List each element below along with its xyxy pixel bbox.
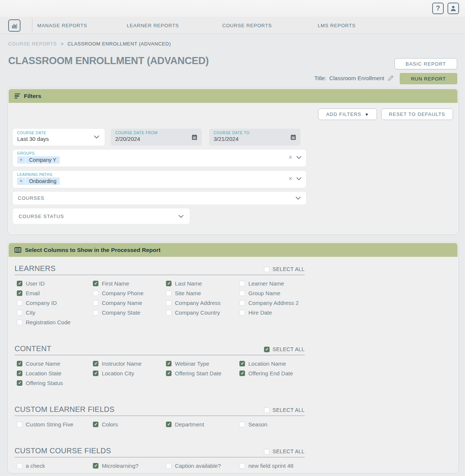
column-checkbox-item[interactable]: Location Name <box>239 359 305 368</box>
select-all-checkbox[interactable] <box>264 347 270 352</box>
column-checkbox-item[interactable]: Custom String Five <box>17 419 93 429</box>
checkbox-icon[interactable] <box>93 281 98 286</box>
calendar-icon[interactable] <box>290 134 296 140</box>
checkbox-icon[interactable] <box>166 361 172 366</box>
add-filters-button[interactable]: ADD FILTERS ▼ <box>318 108 377 120</box>
learning-paths-filter[interactable]: LEARNING PATHS × Onboarding × <box>13 171 306 188</box>
clear-groups-icon[interactable]: × <box>288 154 292 161</box>
checkbox-icon[interactable] <box>17 463 22 469</box>
column-checkbox-item[interactable]: Company Country <box>166 308 239 317</box>
checkbox-icon[interactable] <box>93 300 98 306</box>
checkbox-icon[interactable] <box>166 290 172 296</box>
checkbox-icon[interactable] <box>166 310 172 315</box>
column-checkbox-item[interactable]: Company ID <box>17 298 93 308</box>
checkbox-icon[interactable] <box>239 361 245 366</box>
checkbox-icon[interactable] <box>166 422 172 427</box>
clear-learning-paths-icon[interactable]: × <box>288 175 292 182</box>
checkbox-icon[interactable] <box>93 361 98 366</box>
column-checkbox-item[interactable]: First Name <box>93 278 166 288</box>
profile-button[interactable] <box>447 3 459 14</box>
column-checkbox-item[interactable]: Email <box>17 288 93 298</box>
chevron-down-icon[interactable] <box>296 156 302 159</box>
run-report-button[interactable]: RUN REPORT <box>400 73 457 84</box>
select-all-control[interactable]: SELECT ALL <box>264 346 305 352</box>
column-checkbox-item[interactable]: new field sprint 48 <box>239 461 305 470</box>
checkbox-icon[interactable] <box>17 290 22 296</box>
nav-item-manage-reports[interactable]: MANAGE REPORTS <box>37 22 87 28</box>
checkbox-icon[interactable] <box>17 281 22 286</box>
select-all-checkbox[interactable] <box>264 267 270 272</box>
column-checkbox-item[interactable]: Instructor Name <box>93 359 166 368</box>
column-checkbox-item[interactable]: Hire Date <box>239 308 305 317</box>
column-checkbox-item[interactable]: Registration Code <box>17 317 93 327</box>
checkbox-icon[interactable] <box>239 300 245 306</box>
checkbox-icon[interactable] <box>17 361 22 366</box>
checkbox-icon[interactable] <box>239 371 245 376</box>
checkbox-icon[interactable] <box>166 300 172 306</box>
select-all-checkbox[interactable] <box>264 407 270 413</box>
chip-remove-icon[interactable]: × <box>17 156 26 164</box>
chevron-down-icon[interactable] <box>296 177 302 180</box>
basic-report-button[interactable]: BASIC REPORT <box>395 58 457 69</box>
course-date-from-field[interactable]: COURSE DATE FROM 2/20/2024 <box>111 129 202 146</box>
chip-remove-icon[interactable]: × <box>17 177 26 185</box>
checkbox-icon[interactable] <box>93 371 98 376</box>
column-checkbox-item[interactable]: City <box>17 308 93 317</box>
column-checkbox-item[interactable]: Company Address <box>166 298 239 308</box>
checkbox-icon[interactable] <box>93 422 98 427</box>
course-date-select[interactable]: COURSE DATE Last 30 days <box>13 129 105 146</box>
checkbox-icon[interactable] <box>239 463 245 469</box>
checkbox-icon[interactable] <box>239 422 245 427</box>
checkbox-icon[interactable] <box>239 281 245 286</box>
reset-to-defaults-button[interactable]: RESET TO DEFAULTS <box>381 108 453 120</box>
select-all-control[interactable]: SELECT ALL <box>264 407 305 413</box>
column-checkbox-item[interactable]: Season <box>239 419 305 429</box>
column-checkbox-item[interactable]: Webinar Type <box>166 359 239 368</box>
courses-filter[interactable]: COURSES <box>13 192 306 205</box>
column-checkbox-item[interactable]: Learner Name <box>239 278 305 288</box>
column-checkbox-item[interactable]: Company Phone <box>93 288 166 298</box>
checkbox-icon[interactable] <box>239 310 245 315</box>
checkbox-icon[interactable] <box>17 371 22 376</box>
column-checkbox-item[interactable]: a check <box>17 461 93 470</box>
edit-title-pencil-icon[interactable] <box>387 75 394 81</box>
checkbox-icon[interactable] <box>166 463 172 469</box>
groups-filter[interactable]: GROUPS × Company Y × <box>13 149 306 167</box>
nav-item-course-reports[interactable]: COURSE REPORTS <box>222 22 272 28</box>
column-checkbox-item[interactable]: Department <box>166 419 239 429</box>
checkbox-icon[interactable] <box>17 380 22 386</box>
select-all-checkbox[interactable] <box>264 449 270 454</box>
checkbox-icon[interactable] <box>17 422 22 427</box>
column-checkbox-item[interactable]: Site Name <box>166 288 239 298</box>
column-checkbox-item[interactable]: Offering Start Date <box>166 368 239 378</box>
reports-home-button[interactable] <box>8 19 21 32</box>
checkbox-icon[interactable] <box>166 371 172 376</box>
column-checkbox-item[interactable]: Offering Status <box>17 378 93 388</box>
checkbox-icon[interactable] <box>17 300 22 306</box>
select-all-control[interactable]: SELECT ALL <box>264 266 305 272</box>
column-checkbox-item[interactable]: Microlearning? <box>93 461 166 470</box>
help-button[interactable]: ? <box>432 3 444 14</box>
column-checkbox-item[interactable]: Course Name <box>17 359 93 368</box>
checkbox-icon[interactable] <box>93 463 98 469</box>
column-checkbox-item[interactable]: Group Name <box>239 288 305 298</box>
column-checkbox-item[interactable]: Company Address 2 <box>239 298 305 308</box>
checkbox-icon[interactable] <box>166 281 172 286</box>
checkbox-icon[interactable] <box>17 319 22 325</box>
column-checkbox-item[interactable]: Location City <box>93 368 166 378</box>
column-checkbox-item[interactable]: Last Name <box>166 278 239 288</box>
select-all-control[interactable]: SELECT ALL <box>264 448 305 454</box>
checkbox-icon[interactable] <box>17 310 22 315</box>
course-date-to-field[interactable]: COURSE DATE TO 3/21/2024 <box>209 129 301 146</box>
column-checkbox-item[interactable]: Company Name <box>93 298 166 308</box>
column-checkbox-item[interactable]: Company State <box>93 308 166 317</box>
checkbox-icon[interactable] <box>93 290 98 296</box>
calendar-icon[interactable] <box>192 134 197 140</box>
column-checkbox-item[interactable]: Caption available? <box>166 461 239 470</box>
checkbox-icon[interactable] <box>239 290 245 296</box>
breadcrumb-course-reports[interactable]: COURSE REPORTS <box>8 41 57 47</box>
column-checkbox-item[interactable]: Offering End Date <box>239 368 305 378</box>
column-checkbox-item[interactable]: Location State <box>17 368 93 378</box>
course-status-filter[interactable]: COURSE STATUS <box>13 208 190 224</box>
nav-item-lms-reports[interactable]: LMS REPORTS <box>318 22 356 28</box>
